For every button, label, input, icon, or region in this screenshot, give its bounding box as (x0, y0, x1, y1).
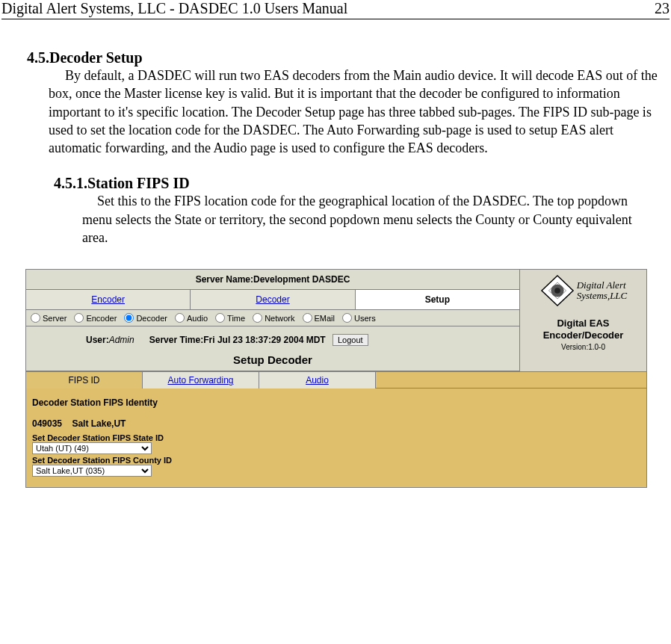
user-value: Admin (109, 335, 134, 345)
subsection-number: 4.5.1. (54, 175, 87, 191)
status-row: User:Admin Server Time:Fri Jul 23 18:37:… (26, 326, 519, 350)
setup-subnav: Server Encoder Decoder Audio Time Networ… (26, 310, 519, 326)
product-name-line2: Encoder/Decoder (522, 329, 645, 341)
state-select-label: Set Decoder Station FIPS State ID (32, 433, 640, 442)
subtab-auto-forwarding[interactable]: Auto Forwarding (143, 372, 259, 388)
logout-button[interactable]: Logout (333, 334, 368, 346)
radio-users-label: Users (354, 314, 376, 323)
server-time-label: Server Time: (149, 335, 204, 345)
radio-email[interactable]: EMail (303, 313, 336, 323)
server-name-label: Server Name: (196, 274, 253, 285)
setup-decoder-title: Setup Decoder (26, 350, 519, 371)
doc-title: Digital Alert Systems, LLC - DASDEC 1.0 … (1, 0, 347, 17)
section-heading: 4.5.Decoder Setup (27, 49, 670, 66)
fips-name: Salt Lake,UT (72, 418, 126, 429)
user-label: User: (86, 335, 109, 345)
subtab-audio[interactable]: Audio (259, 372, 376, 388)
subsection-body: Set this to the FIPS location code for t… (82, 192, 647, 247)
tab-decoder[interactable]: Decoder (191, 290, 355, 309)
radio-audio[interactable]: Audio (175, 313, 208, 323)
county-select[interactable]: Salt Lake,UT (035) (32, 465, 152, 477)
county-select-label: Set Decoder Station FIPS County ID (32, 456, 640, 465)
current-fips: 049035 Salt Lake,UT (32, 418, 640, 429)
section-number: 4.5. (27, 49, 49, 66)
section-title-text: Decoder Setup (49, 49, 143, 66)
brand-logo-icon (539, 274, 575, 307)
fips-content: Decoder Station FIPS Identity 049035 Sal… (26, 388, 646, 487)
main-tab-bar: Encoder Decoder Setup (26, 290, 519, 310)
radio-decoder-label: Decoder (136, 314, 167, 323)
server-name-value: Development DASDEC (253, 274, 350, 285)
radio-encoder-label: Encoder (86, 314, 117, 323)
svg-point-3 (554, 288, 560, 294)
radio-encoder[interactable]: Encoder (74, 313, 117, 323)
section-body-text: By default, a DASDEC will run two EAS de… (49, 68, 658, 155)
subsection-heading: 4.5.1.Station FIPS ID (54, 175, 670, 192)
tab-encoder[interactable]: Encoder (26, 290, 191, 309)
brand-name: Digital Alert Systems,LLC (577, 280, 628, 302)
app-screenshot: Server Name:Development DASDEC Encoder D… (25, 269, 647, 488)
product-name-line1: Digital EAS (522, 318, 645, 329)
radio-audio-label: Audio (187, 314, 208, 323)
server-time-value: Fri Jul 23 18:37:29 2004 MDT (203, 335, 325, 345)
fips-code: 049035 (32, 418, 62, 429)
subsection-title-text: Station FIPS ID (87, 175, 190, 191)
subtab-filler (376, 372, 646, 388)
state-select[interactable]: Utah (UT) (49) (32, 442, 152, 454)
subsection-body-text: Set this to the FIPS location code for t… (82, 193, 632, 245)
radio-decoder[interactable]: Decoder (124, 313, 167, 323)
product-name: Digital EAS Encoder/Decoder (522, 318, 645, 341)
radio-time[interactable]: Time (215, 313, 245, 323)
tab-setup[interactable]: Setup (356, 290, 519, 309)
brand-line1: Digital Alert (577, 280, 628, 291)
radio-server-label: Server (43, 314, 67, 323)
radio-time-label: Time (227, 314, 245, 323)
page-number: 23 (655, 0, 670, 17)
brand-panel: Digital Alert Systems,LLC Digital EAS En… (519, 270, 646, 371)
radio-network[interactable]: Network (253, 313, 294, 323)
version-label: Version:1.0-0 (522, 343, 645, 351)
radio-email-label: EMail (315, 314, 336, 323)
fips-identity-heading: Decoder Station FIPS Identity (32, 397, 640, 408)
radio-network-label: Network (265, 314, 294, 323)
radio-users[interactable]: Users (342, 313, 376, 323)
radio-server[interactable]: Server (31, 313, 67, 323)
brand-line2: Systems,LLC (577, 291, 628, 301)
section-body: By default, a DASDEC will run two EAS de… (49, 66, 668, 157)
subtab-fips-id[interactable]: FIPS ID (26, 372, 143, 388)
server-name-bar: Server Name:Development DASDEC (26, 270, 519, 290)
decoder-sub-tabs: FIPS ID Auto Forwarding Audio (26, 371, 646, 388)
